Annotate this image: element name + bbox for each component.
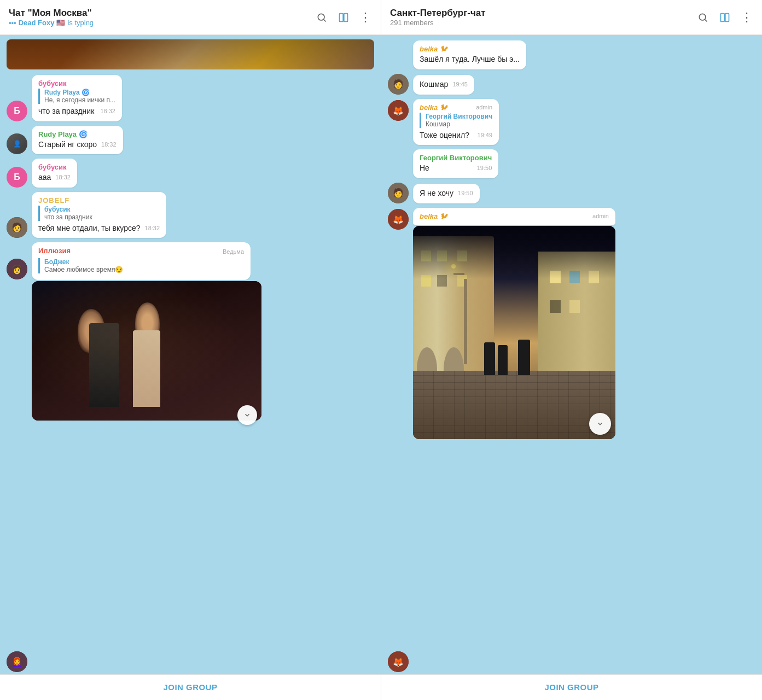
avatar-spb4: 🦊 (388, 209, 409, 230)
left-join-label: JOIN GROUP (163, 682, 217, 692)
right-chat-title: Санкт-Петербург-чат (390, 8, 696, 19)
message-row-5: 👩 Иллюзия Ведьма БоДжек Самое любимое вр… (0, 241, 381, 422)
typing-flag: 🇺🇸 (56, 19, 65, 27)
left-split-icon[interactable] (337, 11, 350, 24)
left-messages-wrapper: Б бубусик Rudy Playa 🌀 Не, я сегодня иич… (0, 35, 381, 649)
quote-text-1: Не, я сегодня иички п... (44, 96, 115, 104)
typing-name: Dead Foxy (19, 19, 55, 27)
bottom-avatar-row: 👩‍🦰 (0, 649, 381, 674)
right-message-row-5: 🦊 belka 🐿 admin (381, 207, 762, 440)
quote-r2: Георгий Викторович Кошмар (420, 113, 492, 128)
right-chat-header: Санкт-Петербург-чат 291 members ⋮ (381, 0, 762, 35)
right-join-footer[interactable]: JOIN GROUP (381, 674, 762, 700)
message-row-4: 🧑 JOBELF бубусик что за праздник тебя мн… (0, 191, 381, 240)
left-chat-actions: ⋮ (315, 11, 372, 24)
sender-belka-top: belka 🐿 (420, 45, 520, 53)
left-chat-header: Чат "Моя Москва" ••• Dead Foxy 🇺🇸 is typ… (0, 0, 381, 35)
right-chat-messages: belka 🐿 Зашёл я туда. Лучше бы э... 🧑 Ко… (381, 35, 762, 649)
bubble-5-wrapper: Иллюзия Ведьма БоДжек Самое любимое врем… (32, 242, 261, 421)
scroll-down-button-right[interactable] (589, 413, 611, 435)
svg-text:👩‍🦰: 👩‍🦰 (11, 657, 22, 667)
right-message-row-3: Георгий Викторович Не 19:50 (381, 148, 762, 179)
left-chat-panel: Чат "Моя Москва" ••• Dead Foxy 🇺🇸 is typ… (0, 0, 381, 700)
left-chat-header-info: Чат "Моя Москва" ••• Dead Foxy 🇺🇸 is typ… (9, 8, 315, 27)
spb-bottom-avatar: 🦊 (388, 651, 409, 672)
quote-4: бубусик что за праздник (38, 206, 160, 221)
sender-belka-r2: belka 🐿 (420, 103, 447, 112)
bubble-r2: belka 🐿 admin Георгий Викторович Кошмар … (413, 99, 499, 145)
avatar-bubusik-1: Б (7, 101, 27, 121)
text-r4: Я не хочу 19:50 (420, 188, 473, 199)
left-search-icon[interactable] (315, 11, 328, 24)
quote-text-5: Самое любимое время😏 (44, 266, 244, 273)
sender-georgiy: Георгий Викторович (420, 154, 492, 162)
svg-line-1 (324, 19, 326, 21)
top-image-strip-container (0, 39, 381, 72)
quote-sender-4: бубусик (44, 206, 160, 213)
avatar-bubusik-2: Б (7, 167, 27, 188)
time-r2: 19:49 (478, 131, 493, 139)
right-search-icon[interactable] (696, 11, 709, 24)
bubble-4: JOBELF бубусик что за праздник тебя мне … (32, 192, 166, 238)
right-message-row-1: 🧑 Кошмар 19:45 (381, 73, 762, 96)
quote-sender-r2: Георгий Викторович (426, 113, 492, 120)
left-more-icon[interactable]: ⋮ (359, 11, 372, 24)
left-chat-title: Чат "Моя Москва" (9, 8, 315, 19)
bubble-r5-wrapper: belka 🐿 admin (413, 208, 615, 439)
right-message-row-2: 🦊 belka 🐿 admin Георгий Викторович Кошма… (381, 98, 762, 147)
svg-text:🧑: 🧑 (393, 188, 404, 198)
svg-rect-3 (344, 13, 348, 21)
scroll-down-button-left[interactable] (237, 405, 257, 425)
right-split-icon[interactable] (718, 11, 731, 24)
badge-admin-r2: admin (476, 104, 492, 110)
svg-text:🦊: 🦊 (393, 657, 404, 667)
message-row-2: 👤 Rudy Playa 🌀 Старый нг скоро 18:32 (0, 125, 381, 156)
right-message-row-0: belka 🐿 Зашёл я туда. Лучше бы э... (381, 39, 762, 71)
message-row-1: Б бубусик Rudy Playa 🌀 Не, я сегодня иич… (0, 74, 381, 122)
right-chat-panel: Санкт-Петербург-чат 291 members ⋮ (381, 0, 762, 700)
svg-point-10 (699, 14, 706, 20)
quote-text-4: что за праздник (44, 213, 160, 221)
svg-line-11 (705, 19, 707, 21)
bubble-r1: Кошмар 19:45 (413, 75, 474, 95)
movie-image (32, 281, 261, 421)
bottom-avatar: 👩‍🦰 (7, 651, 27, 672)
right-chat-actions: ⋮ (696, 11, 753, 24)
sender-jobelf: JOBELF (38, 196, 160, 205)
quote-5: БоДжек Самое любимое время😏 (38, 258, 244, 273)
left-join-footer[interactable]: JOIN GROUP (0, 674, 381, 700)
time-2: 18:32 (101, 141, 117, 149)
avatar-jobelf: 🧑 (7, 217, 27, 238)
svg-text:🦊: 🦊 (393, 214, 404, 225)
text-2: Старый нг скоро 18:32 (38, 139, 117, 150)
image-bubble-5 (32, 281, 261, 421)
quote-1: Rudy Playa 🌀 Не, я сегодня иички п... (38, 89, 115, 104)
spb-street-image (413, 226, 615, 439)
message-row-3: Б бубусик ааа 18:32 (0, 158, 381, 189)
spb-image-container (413, 226, 615, 439)
svg-text:👩: 👩 (11, 264, 22, 275)
time-r3: 19:50 (477, 164, 492, 172)
bubble-3: бубусик ааа 18:32 (32, 159, 77, 188)
app-container: Чат "Моя Москва" ••• Dead Foxy 🇺🇸 is typ… (0, 0, 762, 700)
bubble-r3: Георгий Викторович Не 19:50 (413, 149, 498, 178)
avatar-spb2: 🦊 (388, 100, 409, 121)
quote-text-r2: Кошмар (426, 120, 492, 128)
badge-admin-r5: admin (592, 213, 609, 219)
svg-rect-12 (721, 13, 725, 21)
right-more-icon[interactable]: ⋮ (740, 11, 753, 24)
svg-point-0 (318, 14, 324, 20)
avatar-illyuziya: 👩 (7, 259, 27, 279)
sender-rudy: Rudy Playa 🌀 (38, 130, 117, 138)
svg-text:🦊: 🦊 (393, 106, 404, 116)
avatar-spb1: 🧑 (388, 74, 409, 95)
right-message-row-4: 🧑 Я не хочу 19:50 (381, 182, 762, 205)
spb-bottom-avatar-row: 🦊 (381, 649, 762, 674)
left-chat-subtitle: ••• Dead Foxy 🇺🇸 is typing (9, 19, 315, 27)
right-messages-wrapper: belka 🐿 Зашёл я туда. Лучше бы э... 🧑 Ко… (381, 35, 762, 649)
text-4: тебя мне отдали, ты вкурсе? 18:32 (38, 223, 160, 234)
bubble-r0: belka 🐿 Зашёл я туда. Лучше бы э... (413, 40, 526, 69)
right-chat-subtitle: 291 members (390, 19, 696, 27)
time-4: 18:32 (145, 224, 160, 232)
svg-rect-2 (340, 13, 344, 21)
